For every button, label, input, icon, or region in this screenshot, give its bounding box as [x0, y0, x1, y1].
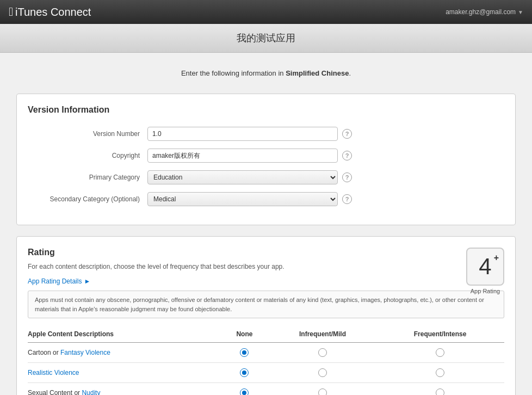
none-radio[interactable] — [240, 368, 249, 377]
secondary-category-wrap: Medical Education Games Entertainment Ut… — [147, 192, 504, 206]
secondary-category-help-icon[interactable]: ? — [342, 194, 352, 204]
app-rating-badge: 4 + App Rating — [466, 248, 504, 294]
row-frequent-cell — [380, 383, 504, 396]
dropdown-arrow-icon: ▼ — [518, 9, 523, 15]
secondary-category-row: Secondary Category (Optional) Medical Ed… — [28, 192, 504, 206]
instruction-post: . — [349, 69, 351, 77]
version-number-row: Version Number ? — [28, 127, 504, 141]
infrequent-radio-wrap — [269, 348, 376, 357]
col-none-header: None — [224, 327, 269, 343]
table-header-row: Apple Content Descriptions None Infreque… — [28, 327, 504, 343]
user-email: amaker.ghz@gmail.com — [446, 8, 516, 16]
frequent-radio-wrap — [380, 368, 500, 377]
infrequent-radio-wrap — [269, 388, 376, 395]
row-none-cell — [224, 343, 269, 363]
row-none-cell — [224, 383, 269, 396]
row-description: Realistic Violence — [28, 363, 224, 383]
realistic-violence-link[interactable]: Realistic Violence — [28, 369, 79, 377]
main-content: Enter the following information in Simpl… — [0, 53, 532, 395]
primary-category-row: Primary Category Education Medical Games… — [28, 170, 504, 184]
col-frequent-header: Frequent/Intense — [380, 327, 504, 343]
rating-section: 4 + App Rating Rating For each content d… — [16, 236, 516, 395]
infrequent-radio[interactable] — [318, 388, 327, 395]
none-radio-wrap — [224, 388, 265, 395]
row-none-cell — [224, 363, 269, 383]
instruction-pre: Enter the following information in — [181, 69, 286, 77]
nudity-link[interactable]: Nudity — [82, 389, 100, 395]
rating-subtitle: For each content description, choose the… — [28, 263, 504, 270]
app-rating-details-link[interactable]: App Rating Details ► — [28, 277, 90, 285]
col-infrequent-header: Infrequent/Mild — [269, 327, 380, 343]
instruction-text: Enter the following information in Simpl… — [16, 64, 516, 83]
app-rating-details-text: App Rating Details — [28, 277, 82, 285]
rating-title: Rating — [28, 248, 504, 257]
row-frequent-cell — [380, 343, 504, 363]
frequent-radio-wrap — [380, 388, 500, 395]
page-title: 我的测试应用 — [237, 33, 295, 44]
copyright-help-icon[interactable]: ? — [342, 151, 352, 161]
secondary-category-select[interactable]: Medical Education Games Entertainment Ut… — [147, 192, 338, 206]
copyright-wrap: ? — [147, 149, 504, 163]
version-number-wrap: ? — [147, 127, 504, 141]
frequent-radio-wrap — [380, 348, 500, 357]
header:  iTunes Connect amaker.ghz@gmail.com ▼ — [0, 0, 532, 24]
primary-category-help-icon[interactable]: ? — [342, 172, 352, 182]
fantasy-violence-link[interactable]: Fantasy Violence — [60, 349, 110, 356]
table-row: Sexual Content or Nudity — [28, 383, 504, 396]
app-rating-details-arrow-icon: ► — [84, 277, 90, 285]
rating-badge-box: 4 + — [466, 248, 504, 286]
version-number-input[interactable] — [147, 127, 338, 141]
secondary-category-label: Secondary Category (Optional) — [28, 195, 147, 203]
frequent-radio[interactable] — [436, 388, 444, 395]
none-radio-wrap — [224, 368, 265, 377]
primary-category-label: Primary Category — [28, 174, 147, 181]
none-radio[interactable] — [240, 348, 249, 357]
table-row: Cartoon or Fantasy Violence — [28, 343, 504, 363]
version-section-title: Version Information — [28, 105, 504, 118]
frequent-radio[interactable] — [436, 368, 444, 377]
none-radio[interactable] — [240, 388, 249, 395]
rating-notice: Apps must not contain any obscene, porno… — [28, 291, 504, 318]
none-radio-wrap — [224, 348, 265, 357]
primary-category-select[interactable]: Education Medical Games Entertainment Ut… — [147, 170, 338, 184]
version-number-help-icon[interactable]: ? — [342, 129, 352, 139]
copyright-label: Copyright — [28, 152, 147, 159]
rating-badge-label: App Rating — [466, 288, 504, 294]
rating-badge-plus: + — [494, 253, 499, 263]
row-infrequent-cell — [269, 383, 380, 396]
infrequent-radio[interactable] — [318, 368, 327, 377]
app-logo:  iTunes Connect — [9, 6, 91, 18]
instruction-bold: Simplified Chinese — [286, 69, 349, 77]
apple-icon:  — [9, 6, 13, 18]
version-section: Version Information Version Number ? Cop… — [16, 94, 516, 225]
logo-text: iTunes Connect — [15, 6, 91, 18]
rating-badge-number: 4 — [479, 255, 491, 278]
infrequent-radio[interactable] — [318, 348, 327, 357]
row-description: Cartoon or Fantasy Violence — [28, 343, 224, 363]
row-infrequent-cell — [269, 343, 380, 363]
row-frequent-cell — [380, 363, 504, 383]
infrequent-radio-wrap — [269, 368, 376, 377]
primary-category-wrap: Education Medical Games Entertainment Ut… — [147, 170, 504, 184]
table-row: Realistic Violence — [28, 363, 504, 383]
sub-header: 我的测试应用 — [0, 24, 532, 53]
copyright-input[interactable] — [147, 149, 338, 163]
row-description: Sexual Content or Nudity — [28, 383, 224, 396]
content-descriptions-table: Apple Content Descriptions None Infreque… — [28, 327, 504, 395]
row-infrequent-cell — [269, 363, 380, 383]
copyright-row: Copyright ? — [28, 149, 504, 163]
frequent-radio[interactable] — [436, 348, 444, 357]
col-description-header: Apple Content Descriptions — [28, 327, 224, 343]
user-menu[interactable]: amaker.ghz@gmail.com ▼ — [446, 8, 523, 16]
version-number-label: Version Number — [28, 130, 147, 138]
